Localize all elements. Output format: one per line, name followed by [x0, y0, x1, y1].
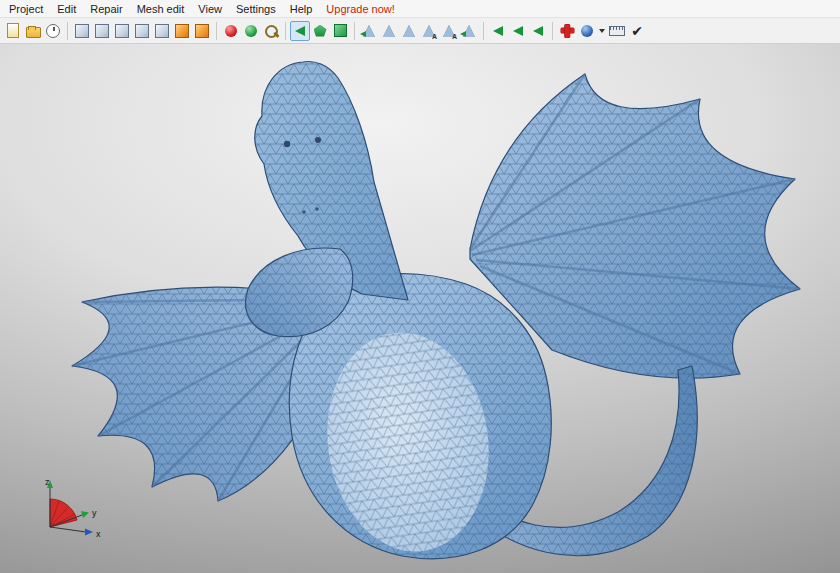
cube-view-icon-2[interactable] [92, 21, 112, 41]
green-box-icon[interactable] [330, 21, 350, 41]
green-pentagon-icon[interactable] [310, 21, 330, 41]
x-axis-label: x [96, 529, 101, 539]
apply-check-icon[interactable] [627, 21, 647, 41]
toolbar-separator [216, 22, 217, 40]
menu-item-edit[interactable]: Edit [50, 1, 83, 17]
triangle-select-icon[interactable] [379, 21, 399, 41]
menu-item-repair[interactable]: Repair [83, 1, 129, 17]
axis-indicator[interactable]: z y x [28, 475, 112, 549]
model-canvas [0, 44, 840, 573]
toolbar [0, 18, 840, 44]
y-axis-arrow [81, 511, 89, 518]
triangle-flip-icon[interactable] [459, 21, 479, 41]
green-triangle-icon-1[interactable] [488, 21, 508, 41]
green-triangle-icon-3[interactable] [528, 21, 548, 41]
menu-item-mesh-edit[interactable]: Mesh edit [130, 1, 192, 17]
cube-view-icon-3[interactable] [112, 21, 132, 41]
z-axis-label: z [45, 477, 50, 487]
menu-item-settings[interactable]: Settings [229, 1, 283, 17]
toolbar-group-zoom [221, 21, 281, 41]
history-clock-icon[interactable] [43, 21, 63, 41]
triangle-a-icon-2[interactable] [439, 21, 459, 41]
measure-icon[interactable] [607, 21, 627, 41]
cube-view-icon-5[interactable] [152, 21, 172, 41]
toolbar-separator [552, 22, 553, 40]
toolbar-separator [67, 22, 68, 40]
toolbar-group-file [3, 21, 63, 41]
cube-view-icon-1[interactable] [72, 21, 92, 41]
repair-cross-icon[interactable] [557, 21, 577, 41]
cube-view-icon-4[interactable] [132, 21, 152, 41]
application-window: ProjectEditRepairMesh editViewSettingsHe… [0, 0, 840, 573]
dragon-nostril-1 [302, 210, 306, 214]
orange-cube-icon-1[interactable] [172, 21, 192, 41]
green-triangle-icon-2[interactable] [508, 21, 528, 41]
x-axis-line [50, 527, 86, 532]
toolbar-group-history [488, 21, 548, 41]
toolbar-group-mesh-edit [359, 21, 479, 41]
green-sphere-icon[interactable] [241, 21, 261, 41]
dragon-eye-right [315, 137, 321, 143]
toolbar-separator [285, 22, 286, 40]
red-sphere-icon[interactable] [221, 21, 241, 41]
green-arrow-left-icon[interactable] [290, 21, 310, 41]
menu-item-upgrade-now[interactable]: Upgrade now! [319, 1, 402, 17]
new-document-icon[interactable] [3, 21, 23, 41]
triangle-arrow-icon[interactable] [359, 21, 379, 41]
triangle-pair-icon[interactable] [399, 21, 419, 41]
menu-item-project[interactable]: Project [2, 1, 50, 17]
toolbar-group-navigation [290, 21, 350, 41]
menu-item-help[interactable]: Help [283, 1, 320, 17]
dragon-model[interactable] [72, 62, 800, 563]
dropdown-arrow-icon[interactable] [597, 21, 607, 41]
y-axis-label: y [92, 508, 97, 518]
menu-item-view[interactable]: View [191, 1, 229, 17]
automatic-repair-icon[interactable] [577, 21, 597, 41]
toolbar-separator [354, 22, 355, 40]
viewport-3d[interactable]: z y x [0, 44, 840, 573]
orange-cube-icon-2[interactable] [192, 21, 212, 41]
toolbar-separator [483, 22, 484, 40]
open-folder-icon[interactable] [23, 21, 43, 41]
triangle-a-icon-1[interactable] [419, 21, 439, 41]
toolbar-group-repair [557, 21, 647, 41]
menu-bar: ProjectEditRepairMesh editViewSettingsHe… [0, 0, 840, 18]
zoom-magnifier-icon[interactable] [261, 21, 281, 41]
dragon-eye-left [284, 141, 290, 147]
x-axis-arrow [85, 529, 93, 536]
toolbar-group-views [72, 21, 212, 41]
dragon-nostril-2 [315, 207, 319, 211]
